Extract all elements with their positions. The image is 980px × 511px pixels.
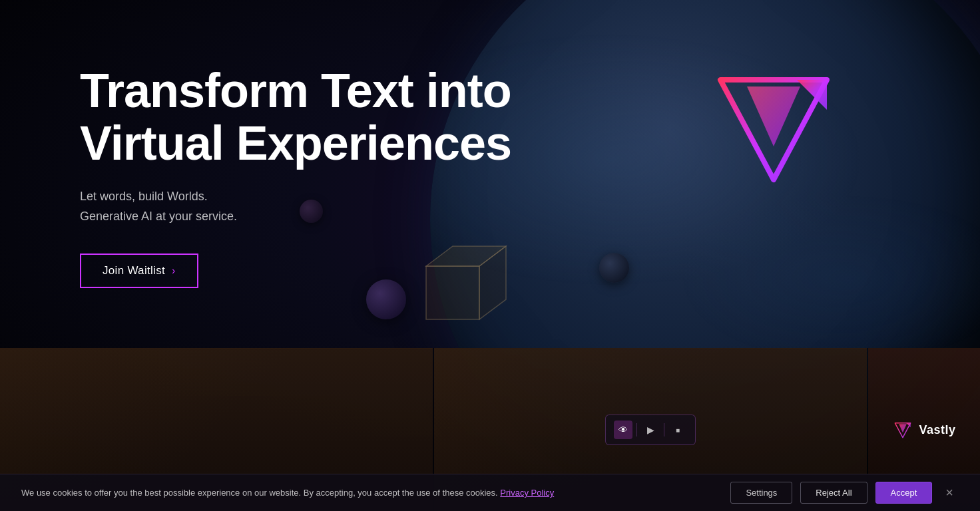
- preview-play-button[interactable]: ▶: [641, 421, 660, 439]
- hero-subtitle-line1: Let words, build Worlds.: [80, 190, 208, 203]
- eye-icon: 👁: [618, 425, 628, 435]
- waitlist-label: Join Waitlist: [103, 264, 165, 277]
- stop-icon: ■: [676, 426, 680, 434]
- svg-marker-4: [747, 86, 800, 146]
- hero-title-line2: Virtual Experiences: [80, 116, 511, 170]
- preview-controls: 👁 ▶ ■: [605, 415, 696, 445]
- preview-eye-button[interactable]: 👁: [614, 421, 632, 439]
- cookie-settings-button[interactable]: Settings: [730, 482, 792, 504]
- hero-subtitle-line2: Generative AI at your service.: [80, 210, 237, 223]
- chevron-right-icon: ›: [172, 265, 176, 277]
- hero-logo-container: [700, 53, 847, 202]
- privacy-policy-link[interactable]: Privacy Policy: [500, 488, 554, 498]
- cookie-reject-button[interactable]: Reject All: [800, 482, 867, 504]
- play-icon: ▶: [647, 425, 654, 435]
- preview-stop-button[interactable]: ■: [668, 421, 687, 439]
- hero-title: Transform Text into Virtual Experiences: [80, 65, 511, 170]
- control-separator-2: [664, 423, 664, 436]
- cookie-accept-button[interactable]: Accept: [875, 482, 933, 504]
- svg-marker-7: [899, 424, 907, 432]
- join-waitlist-button[interactable]: Join Waitlist ›: [80, 254, 198, 288]
- cookie-banner: We use cookies to offer you the best pos…: [0, 474, 980, 511]
- hero-content: Transform Text into Virtual Experiences …: [80, 65, 511, 288]
- preview-logo-icon: [892, 419, 913, 440]
- cookie-close-button[interactable]: ×: [940, 482, 959, 503]
- hero-subtitle: Let words, build Worlds. Generative AI a…: [80, 186, 511, 227]
- preview-logo-text: Vastly: [919, 423, 955, 437]
- preview-logo: Vastly: [892, 419, 955, 440]
- hero-title-line1: Transform Text into: [80, 64, 511, 117]
- control-separator-1: [636, 423, 637, 436]
- cookie-message: We use cookies to offer you the best pos…: [21, 488, 722, 498]
